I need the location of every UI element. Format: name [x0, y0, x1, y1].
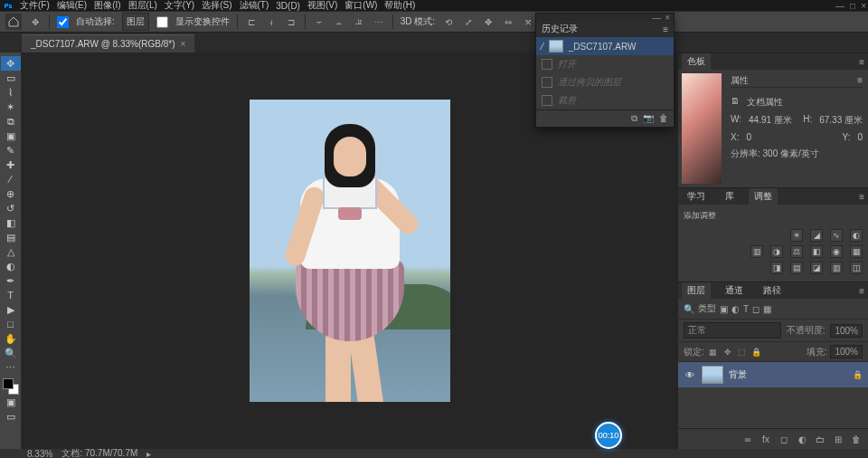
new-group-icon[interactable]: 🗀 [814, 433, 826, 445]
filter-adjust-icon[interactable]: ◐ [731, 304, 740, 314]
search-icon[interactable]: 🔍 [684, 304, 694, 314]
new-document-from-state-icon[interactable]: ⧉ [631, 113, 637, 124]
filter-shape-icon[interactable]: ◻ [752, 304, 760, 314]
layer-item-background[interactable]: 👁 背景 🔒 [678, 362, 868, 387]
menu-3d[interactable]: 3D(D) [276, 1, 300, 11]
align-center-v-icon[interactable]: ⫠ [333, 15, 345, 28]
gradient-map-icon[interactable]: ▥ [830, 262, 843, 274]
vibrance-icon[interactable]: ▥ [750, 245, 763, 258]
3d-slide-icon[interactable]: ⇔ [502, 15, 514, 28]
blur-tool[interactable]: △ [1, 244, 21, 259]
3d-zoom-icon[interactable]: ⤧ [522, 15, 534, 28]
3d-orbit-icon[interactable]: ⟲ [442, 15, 455, 28]
selective-color-icon[interactable]: ◫ [850, 262, 863, 274]
history-tab[interactable]: 历史记录 [542, 23, 578, 35]
close-tab-icon[interactable]: × [180, 39, 185, 49]
color-tab[interactable]: 色板 [682, 53, 711, 70]
brightness-icon[interactable]: ☀ [790, 229, 803, 242]
menu-window[interactable]: 窗口(W) [344, 0, 377, 12]
visibility-icon[interactable]: 👁 [684, 370, 696, 380]
exposure-icon[interactable]: ◐ [850, 229, 863, 242]
home-icon[interactable] [5, 14, 22, 30]
align-right-icon[interactable]: ⊐ [285, 15, 297, 28]
close-window-button[interactable]: × [861, 1, 866, 11]
minimize-button[interactable]: — [835, 1, 844, 11]
auto-select-checkbox[interactable] [57, 16, 69, 28]
gradient-tool[interactable]: ▤ [1, 230, 21, 244]
document-tab[interactable]: _DSC7107.ARW @ 8.33%(RGB/8*) × [22, 34, 194, 52]
lasso-tool[interactable]: ⌇ [1, 85, 21, 100]
lock-position-icon[interactable]: ✥ [722, 347, 733, 358]
menu-filter[interactable]: 滤镜(T) [240, 0, 269, 12]
stamp-tool[interactable]: ⊕ [1, 186, 21, 201]
text-tool[interactable]: T [1, 288, 21, 302]
align-bottom-icon[interactable]: ⫡ [353, 15, 365, 28]
bw-icon[interactable]: ◧ [810, 245, 823, 258]
history-brush-tool[interactable]: ↺ [1, 201, 21, 215]
panel-menu-icon[interactable]: ≡ [859, 192, 864, 202]
new-layer-icon[interactable]: ⊞ [832, 433, 844, 445]
delete-layer-icon[interactable]: 🗑 [850, 433, 863, 445]
chevron-right-icon[interactable]: ▸ [146, 449, 151, 459]
link-layers-icon[interactable]: ∞ [741, 433, 754, 445]
layers-tab[interactable]: 图层 [682, 282, 711, 299]
color-balance-icon[interactable]: ⚖ [790, 245, 803, 258]
dodge-tool[interactable]: ◐ [1, 259, 21, 273]
history-step[interactable]: 通过拷贝的图层 [536, 73, 674, 91]
levels-icon[interactable]: ◢ [810, 229, 823, 242]
properties-tab[interactable]: 属性 [731, 74, 749, 87]
color-swatches[interactable] [3, 378, 19, 395]
zoom-tool[interactable]: 🔍 [1, 346, 21, 360]
heal-tool[interactable]: ✚ [1, 157, 21, 172]
filter-smart-icon[interactable]: ▦ [763, 304, 771, 314]
screenmode-tool[interactable]: ▭ [1, 409, 21, 424]
panel-menu-icon[interactable]: ≡ [663, 24, 668, 34]
panel-menu-icon[interactable]: ≡ [859, 286, 864, 296]
adjustments-tab[interactable]: 调整 [749, 188, 778, 205]
brush-tool[interactable]: ∕ [1, 172, 21, 186]
lock-all-icon[interactable]: 🔒 [751, 347, 762, 358]
filter-pixel-icon[interactable]: ▣ [720, 304, 728, 314]
menu-edit[interactable]: 编辑(E) [57, 0, 87, 12]
fill-value[interactable]: 100% [830, 345, 863, 358]
menu-help[interactable]: 帮助(H) [384, 0, 415, 12]
frame-tool[interactable]: ▣ [1, 129, 21, 143]
quick-select-tool[interactable]: ✶ [1, 100, 21, 114]
channels-tab[interactable]: 通道 [720, 282, 749, 299]
crop-tool[interactable]: ⧉ [1, 114, 21, 129]
hand-tool[interactable]: ✋ [1, 331, 21, 346]
filter-text-icon[interactable]: T [743, 304, 749, 314]
menu-image[interactable]: 图像(I) [94, 0, 120, 12]
layer-mask-icon[interactable]: ◻ [778, 433, 790, 445]
move-tool[interactable]: ✥ [1, 56, 21, 71]
new-snapshot-icon[interactable]: 📷 [643, 113, 654, 124]
delete-state-icon[interactable]: 🗑 [659, 113, 668, 124]
align-center-h-icon[interactable]: ⫞ [265, 15, 278, 28]
shape-tool[interactable]: □ [1, 317, 21, 331]
learn-tab[interactable]: 学习 [682, 188, 711, 205]
hue-sat-icon[interactable]: ◑ [770, 245, 783, 258]
threshold-icon[interactable]: ◪ [810, 262, 823, 274]
zoom-value[interactable]: 8.33% [27, 449, 52, 459]
invert-icon[interactable]: ◨ [770, 262, 783, 274]
panel-menu-icon[interactable]: ≡ [859, 57, 864, 67]
lock-pixels-icon[interactable]: ▦ [708, 347, 719, 358]
posterize-icon[interactable]: ▤ [790, 262, 803, 274]
photo-filter-icon[interactable]: ◉ [830, 245, 843, 258]
path-select-tool[interactable]: ▶ [1, 302, 21, 317]
marquee-tool[interactable]: ▭ [1, 71, 21, 85]
filter-type-select[interactable]: 类型 [698, 302, 716, 315]
library-tab[interactable]: 库 [720, 188, 740, 205]
pen-tool[interactable]: ✒ [1, 273, 21, 288]
curves-icon[interactable]: ∿ [830, 229, 843, 242]
more-align-icon[interactable]: ⋯ [373, 15, 385, 28]
edit-toolbar-icon[interactable]: ⋯ [1, 360, 21, 375]
menu-file[interactable]: 文件(F) [20, 0, 50, 12]
align-left-icon[interactable]: ⊏ [245, 15, 258, 28]
panel-close-icon[interactable]: × [665, 13, 670, 23]
auto-select-scope[interactable]: 图层 [122, 13, 149, 31]
eyedropper-tool[interactable]: ✎ [1, 143, 21, 157]
menu-type[interactable]: 文字(Y) [165, 0, 194, 12]
menu-layer[interactable]: 图层(L) [128, 0, 157, 12]
history-step[interactable]: 打开 [536, 55, 674, 73]
